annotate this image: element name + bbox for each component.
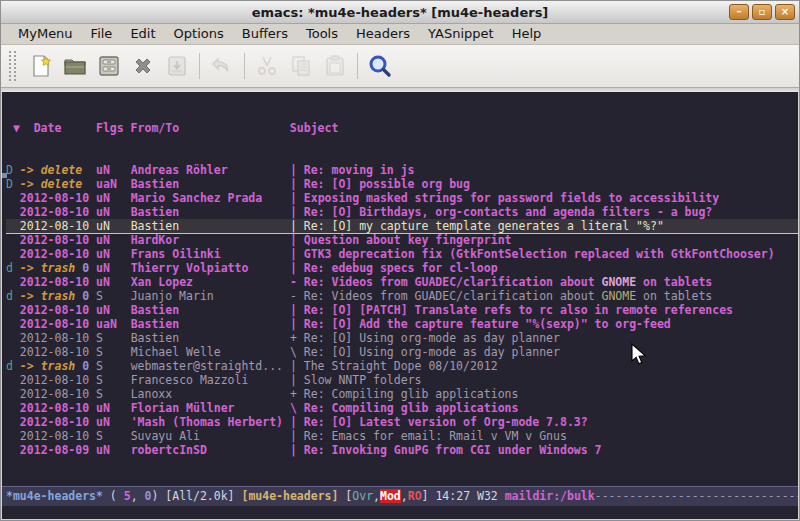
column-headers[interactable]: ▼ Date Flgs From/To Subject [6,121,798,135]
message-row[interactable]: 2012-08-10 uN HardKor | Question about k… [6,233,798,247]
subject-field: Slow NNTP folders [304,373,422,387]
message-row[interactable]: 2012-08-10 uN Florian Müllner \ Re: Comp… [6,401,798,415]
flags-field: uN [96,275,131,289]
subject-field: Re: [O] Add the capture feature "%(sexp)… [304,317,671,331]
mark-char [6,387,20,401]
message-row[interactable]: 2012-08-10 uN Frans Oilinki | GTK3 depre… [6,247,798,261]
thread-indicator: | [290,261,304,275]
flags-field: S [96,387,131,401]
menu-item-file[interactable]: File [82,24,122,44]
new-file-icon[interactable] [24,50,58,82]
modeline-readonly-indicator: RO [408,489,422,503]
message-row[interactable]: D -> delete uaN Bastien | Re: [O] possib… [6,177,798,191]
mark-target-digit [89,275,96,289]
message-row[interactable]: 2012-08-10 uN Bastien | Re: [O] Birthday… [6,205,798,219]
save-as-icon[interactable] [160,50,194,82]
subject-field: Re: Compiling glib applications [304,387,519,401]
menu-item-edit[interactable]: Edit [121,24,164,44]
titlebar[interactable]: emacs: *mu4e-headers* [mu4e-headers] – ▫… [1,1,799,24]
message-row[interactable]: 2012-08-10 uN Bastien | Re: [O] my captu… [6,219,798,234]
mark-target-digit: 0 [75,289,96,303]
open-folder-icon[interactable] [58,50,92,82]
flags-field: uN [96,219,131,233]
message-row[interactable]: 2012-08-10 uaN Bastien | Re: [O] Add the… [6,317,798,331]
from-field: Bastien [131,177,290,191]
flags-field: uN [96,443,131,457]
message-row[interactable]: D -> delete uN Andreas Röhler | Re: movi… [6,163,798,177]
date-field: 2012-08-10 [20,247,89,261]
modeline-maildir: maildir:/bulk [505,489,595,503]
modeline-text: ) [151,489,165,503]
toolbar-grip[interactable] [9,51,16,81]
menu-item-buffers[interactable]: Buffers [233,24,297,44]
menu-item-yasnippet[interactable]: YASnippet [419,24,503,44]
from-field: Bastien [131,317,290,331]
thread-indicator: | [290,163,304,177]
date-field: 2012-08-10 [20,191,89,205]
minimize-button[interactable]: – [729,4,749,20]
date-field: 2012-08-10 [20,429,89,443]
close-icon[interactable] [126,50,160,82]
flags-field: uN [96,415,131,429]
subject-field: GTK3 deprecation fix (GtkFontSelection r… [304,247,775,261]
paste-icon[interactable] [318,50,352,82]
date-field: 2012-08-10 [20,205,89,219]
from-field: 'Mash (Thomas Herbert) [131,415,290,429]
message-row[interactable]: d -> trash 0 uN Thierry Volpiatto | Re: … [6,261,798,275]
modeline-text: , [131,489,145,503]
subject-field: Re: Emacs for email: Rmail v VM v Gnus [304,429,567,443]
message-row[interactable]: 2012-08-10 S Michael Welle \ Re: [O] Usi… [6,345,798,359]
message-row[interactable]: 2012-08-10 S Lanoxx + Re: Compiling glib… [6,387,798,401]
date-field: 2012-08-10 [20,415,89,429]
menu-item-headers[interactable]: Headers [347,24,419,44]
from-field: Frans Oilinki [131,247,290,261]
window-buttons: – ▫ × [729,4,795,20]
scrollbar-thumb[interactable] [2,173,7,178]
close-button[interactable]: × [775,4,795,20]
save-icon[interactable] [92,50,126,82]
maximize-button[interactable]: ▫ [752,4,772,20]
menu-item-options[interactable]: Options [165,24,233,44]
thread-indicator: | [290,177,304,191]
search-icon[interactable] [363,50,397,82]
mark-target-digit [82,177,96,191]
mark-target-digit [89,303,96,317]
message-row[interactable]: d -> trash 0 S webmaster@straightd... | … [6,359,798,373]
message-row[interactable]: 2012-08-10 S Francesco Mazzoli | Slow NN… [6,373,798,387]
message-row[interactable]: 2012-08-10 uN Bastien | Re: [O] [PATCH] … [6,303,798,317]
subject-field: The Straight Dope 08/10/2012 [304,359,498,373]
message-row[interactable]: 2012-08-10 uN 'Mash (Thomas Herbert) | R… [6,415,798,429]
menu-item-mymenu[interactable]: MyMenu [9,24,82,44]
window-title: emacs: *mu4e-headers* [mu4e-headers] [252,5,549,20]
flags-field: uN [96,303,131,317]
copy-icon[interactable] [284,50,318,82]
message-row[interactable]: 2012-08-10 S Bastien + Re: [O] Using org… [6,331,798,345]
modeline[interactable]: *mu4e-headers* ( 5, 0) [All/2.0k] [mu4e-… [2,486,798,506]
message-row[interactable]: 2012-08-10 uN Mario Sanchez Prada | Expo… [6,191,798,205]
message-row[interactable]: 2012-08-10 S Suvayu Ali | Re: Emacs for … [6,429,798,443]
date-field: -> trash [20,289,75,303]
from-field: Mario Sanchez Prada [131,191,290,205]
mark-char: d [6,289,20,303]
message-row[interactable]: 2012-08-09 uN robertcInSD | Re: Invoking… [6,443,798,457]
from-field: Michael Welle [131,345,290,359]
from-field: Bastien [131,331,290,345]
mu4e-headers-buffer: ▼ Date Flgs From/To Subject D -> delete … [2,92,798,521]
highlighted-term: GNOME [602,275,637,289]
cut-icon[interactable] [250,50,284,82]
mark-char: D [6,177,20,191]
undo-icon[interactable] [205,50,239,82]
mark-char [6,233,20,247]
mark-char [6,247,20,261]
mark-char [6,317,20,331]
message-row[interactable]: 2012-08-10 uN Xan Lopez - Re: Videos fro… [6,275,798,289]
mark-target-digit: 0 [75,261,96,275]
subject-field: Re: Videos from GUADEC/clarification abo… [304,275,713,289]
message-row[interactable]: d -> trash 0 S Juanjo Marin - Re: Videos… [6,289,798,303]
mark-char: D [6,163,20,177]
mark-target-digit [89,401,96,415]
menu-item-tools[interactable]: Tools [297,24,347,44]
date-field: 2012-08-10 [20,373,89,387]
highlighted-term: GNOME [601,289,636,303]
menu-item-help[interactable]: Help [503,24,551,44]
